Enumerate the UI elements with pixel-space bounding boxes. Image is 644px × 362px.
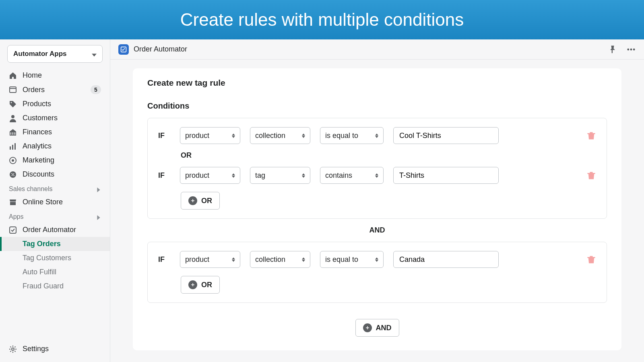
store-switcher[interactable]: Automator Apps: [7, 45, 103, 63]
nav-label: Settings: [23, 345, 49, 353]
nav-label: Marketing: [23, 156, 54, 165]
nav-label: Analytics: [23, 142, 52, 150]
delete-row-button[interactable]: [586, 255, 596, 264]
svg-point-13: [12, 348, 14, 350]
nav-orders[interactable]: Orders 5: [0, 82, 110, 97]
nav-label: Orders: [23, 86, 45, 94]
store-icon: [9, 198, 17, 206]
if-label: IF: [158, 171, 170, 180]
svg-point-2: [11, 115, 14, 118]
nav-label: Products: [23, 100, 51, 108]
add-or-button[interactable]: ＋ OR: [181, 192, 220, 210]
svg-rect-4: [12, 132, 13, 135]
value-input[interactable]: [393, 167, 499, 184]
marketing-icon: [9, 156, 17, 165]
discounts-icon: [9, 171, 17, 179]
nav-label: Home: [23, 71, 42, 80]
nav-label: Order Automator: [23, 226, 76, 234]
if-label: IF: [158, 132, 170, 140]
subject-select[interactable]: product: [180, 127, 240, 144]
nav-discounts[interactable]: Discounts: [0, 167, 110, 181]
condition-group: IF product collection is equal to OR IF …: [147, 118, 607, 219]
card-heading: Create new tag rule: [147, 78, 607, 88]
svg-point-1: [11, 102, 12, 103]
nav-home[interactable]: Home: [0, 68, 110, 82]
attribute-select[interactable]: collection: [250, 127, 310, 144]
delete-row-button[interactable]: [586, 131, 596, 140]
nav-finances[interactable]: Finances: [0, 125, 110, 139]
svg-point-16: [630, 48, 632, 50]
operator-select[interactable]: contains: [320, 167, 384, 184]
subject-select[interactable]: product: [180, 251, 240, 268]
conditions-heading: Conditions: [147, 101, 607, 111]
condition-row: IF product collection is equal to: [158, 251, 596, 268]
subnav-fraud-guard[interactable]: Fraud Guard: [0, 279, 110, 293]
subnav-auto-fulfill[interactable]: Auto Fulfill: [0, 265, 110, 279]
svg-point-15: [627, 48, 629, 50]
svg-rect-0: [10, 87, 16, 93]
chevron-right-icon: [96, 214, 101, 219]
subnav-tag-orders[interactable]: Tag Orders: [0, 237, 110, 251]
apps-header[interactable]: Apps: [0, 209, 110, 223]
home-icon: [9, 72, 17, 80]
nav-label: Finances: [23, 128, 52, 136]
condition-row: IF product collection is equal to: [158, 127, 596, 144]
add-and-button[interactable]: ＋ AND: [355, 319, 399, 337]
value-input[interactable]: [393, 251, 499, 268]
plus-icon: ＋: [188, 280, 197, 289]
svg-point-10: [12, 159, 14, 162]
nav-label: Online Store: [23, 198, 63, 206]
add-or-button[interactable]: ＋ OR: [181, 276, 220, 294]
operator-select[interactable]: is equal to: [320, 251, 384, 268]
nav-label: Discounts: [23, 170, 54, 179]
condition-group: IF product collection is equal to ＋ OR: [147, 242, 607, 303]
svg-rect-7: [12, 145, 13, 150]
promo-banner: Create rules with multiple conditions: [0, 0, 644, 39]
app-logo-icon: [118, 44, 129, 55]
plus-icon: ＋: [188, 196, 197, 205]
pin-button[interactable]: [608, 45, 617, 54]
sales-channels-header[interactable]: Sales channels: [0, 181, 110, 195]
nav-online-store[interactable]: Online Store: [0, 195, 110, 209]
orders-badge: 5: [91, 85, 101, 94]
more-button[interactable]: [626, 45, 636, 54]
svg-rect-5: [14, 132, 15, 135]
if-label: IF: [158, 255, 170, 264]
app-name: Order Automator: [134, 45, 187, 53]
app-topbar: Order Automator: [110, 39, 644, 60]
svg-rect-6: [10, 146, 11, 150]
chevron-down-icon: [92, 51, 97, 56]
nav-order-automator[interactable]: Order Automator: [0, 223, 110, 237]
gear-icon: [9, 345, 17, 353]
svg-rect-3: [10, 132, 11, 135]
main-area: Order Automator Create new tag rule Cond…: [110, 39, 644, 362]
customers-icon: [9, 114, 17, 122]
finances-icon: [9, 128, 17, 136]
value-input[interactable]: [393, 127, 499, 144]
plus-icon: ＋: [363, 323, 372, 332]
operator-select[interactable]: is equal to: [320, 127, 384, 144]
nav-analytics[interactable]: Analytics: [0, 139, 110, 153]
rule-card: Create new tag rule Conditions IF produc…: [133, 68, 621, 350]
attribute-select[interactable]: collection: [250, 251, 310, 268]
orders-icon: [9, 86, 17, 94]
and-separator: AND: [147, 219, 607, 242]
nav-marketing[interactable]: Marketing: [0, 153, 110, 167]
condition-row: IF product tag contains: [158, 167, 596, 184]
subject-select[interactable]: product: [180, 167, 240, 184]
subnav-tag-customers[interactable]: Tag Customers: [0, 251, 110, 265]
or-separator: OR: [158, 144, 596, 167]
products-icon: [9, 100, 17, 108]
nav-products[interactable]: Products: [0, 97, 110, 111]
nav-settings[interactable]: Settings: [0, 341, 58, 356]
attribute-select[interactable]: tag: [250, 167, 310, 184]
store-switcher-label: Automator Apps: [13, 50, 67, 58]
sidebar: Automator Apps Home Orders 5 Products Cu…: [0, 39, 110, 362]
delete-row-button[interactable]: [586, 171, 596, 180]
svg-point-17: [633, 48, 635, 50]
analytics-icon: [9, 142, 17, 150]
chevron-right-icon: [96, 187, 101, 191]
automator-icon: [9, 226, 17, 234]
nav-customers[interactable]: Customers: [0, 111, 110, 125]
banner-title: Create rules with multiple conditions: [180, 10, 464, 30]
